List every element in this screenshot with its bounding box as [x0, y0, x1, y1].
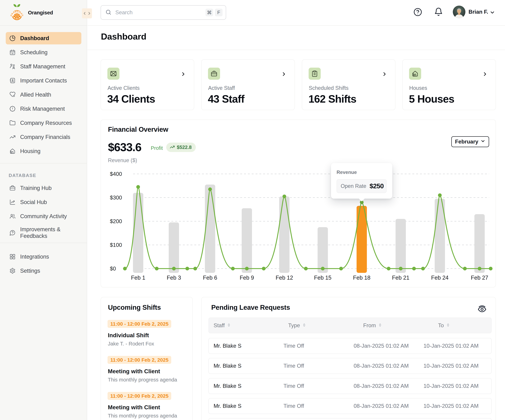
- user-avatar[interactable]: [453, 6, 465, 18]
- sidebar-item-dashboard[interactable]: Dashboard: [6, 32, 81, 44]
- sidebar-collapse-button[interactable]: [82, 8, 92, 18]
- sidebar-item-allied-health[interactable]: Allied Health: [6, 88, 81, 102]
- sidebar-item-improvements-feedbacks[interactable]: Improvements & Feedbacks: [6, 223, 81, 242]
- search-icon: [105, 9, 112, 16]
- eye-icon[interactable]: [477, 304, 487, 314]
- line-point[interactable]: [245, 267, 249, 271]
- sidebar-item-social-hub[interactable]: Social Hub: [6, 195, 81, 209]
- sidebar-item-community-activity[interactable]: Community Activity: [6, 209, 81, 223]
- month-select[interactable]: February: [451, 136, 489, 147]
- sidebar-item-label: Training Hub: [20, 185, 52, 191]
- search-input[interactable]: Search ⌘F: [101, 5, 226, 20]
- line-point[interactable]: [387, 267, 390, 271]
- sidebar: ORANGISED Orangised Dashboard31Schedulin…: [0, 0, 87, 420]
- cell-from: 08-Jan-2025 01:02 AM: [354, 398, 409, 414]
- cell-to: 10-Jan-2025 01:02 AM: [423, 419, 479, 420]
- line-point[interactable]: [193, 267, 197, 271]
- bar-feb-12[interactable]: [279, 196, 290, 273]
- bar-feb-9[interactable]: [242, 208, 252, 273]
- chart-tooltip: Revenue Open Rate $250: [331, 163, 392, 199]
- leave-request-row[interactable]: Mr. Blake STime Off08-Jan-2025 01:02 AM1…: [208, 338, 492, 354]
- leave-request-row[interactable]: Mr. Blake STime Off08-Jan-2025 01:02 AM1…: [208, 358, 492, 374]
- help-button[interactable]: [413, 7, 422, 17]
- line-point[interactable]: [283, 194, 286, 198]
- leave-request-row[interactable]: Mr. Blake STime Off08-Jan-2025 01:02 AM1…: [208, 418, 492, 420]
- stat-value: 5 Houses: [409, 93, 454, 105]
- user-menu-chevron-down-icon[interactable]: [490, 10, 495, 16]
- cell-to: 10-Jan-2025 01:02 AM: [423, 358, 479, 374]
- app-root: ORANGISED Orangised Dashboard31Schedulin…: [0, 0, 505, 420]
- sort-icon: [227, 322, 231, 328]
- line-point[interactable]: [463, 267, 467, 271]
- bar-feb-3[interactable]: [169, 222, 179, 273]
- shift-time-chip: 11:00 - 12:00 Feb 2, 2025: [107, 356, 171, 364]
- column-header-from[interactable]: From: [363, 318, 382, 333]
- line-point[interactable]: [489, 267, 492, 271]
- x-tick-label: Feb 24: [431, 275, 448, 281]
- sidebar-item-scheduling[interactable]: 31Scheduling: [6, 45, 81, 59]
- line-point[interactable]: [399, 267, 403, 271]
- bar-feb-27[interactable]: [474, 214, 485, 273]
- sidebar-item-integrations[interactable]: Integrations: [6, 250, 81, 264]
- user-name[interactable]: Brian F.: [468, 9, 488, 15]
- shift-item[interactable]: 11:00 - 12:00 Feb 2, 2025Meeting with Cl…: [107, 356, 187, 385]
- revenue-chart[interactable]: $0$100$200$300$400Feb 1Feb 3Feb 6Feb 9Fe…: [108, 168, 496, 285]
- leave-request-row[interactable]: Mr. Blake STime Off08-Jan-2025 01:02 AM1…: [208, 378, 492, 394]
- column-header-to[interactable]: To: [438, 318, 450, 333]
- x-tick-label: Feb 1: [131, 275, 145, 281]
- x-tick-label: Feb 6: [203, 275, 217, 281]
- x-tick-label: Feb 3: [167, 275, 181, 281]
- line-point[interactable]: [438, 193, 442, 197]
- x-tick-label: Feb 18: [353, 275, 370, 281]
- line-point[interactable]: [339, 267, 343, 271]
- column-header-type[interactable]: Type: [288, 318, 306, 333]
- sidebar-item-company-financials[interactable]: Company Financials: [6, 130, 81, 144]
- line-point[interactable]: [155, 267, 158, 271]
- chevron-right-icon[interactable]: [382, 71, 387, 78]
- bar-feb-6[interactable]: [205, 185, 215, 273]
- sidebar-item-housing[interactable]: Housing: [6, 144, 81, 158]
- stat-label: Scheduled Shifts: [309, 85, 348, 91]
- line-point[interactable]: [421, 267, 425, 271]
- stat-value: 43 Staff: [208, 93, 244, 105]
- bar-feb-15[interactable]: [318, 227, 328, 273]
- sidebar-item-settings[interactable]: Settings: [6, 264, 81, 278]
- notifications-bell-button[interactable]: [434, 7, 443, 17]
- line-point[interactable]: [478, 267, 481, 271]
- sidebar-item-staff-management[interactable]: Staff Management: [6, 59, 81, 74]
- tooltip-value-box: Open Rate $250: [337, 179, 387, 193]
- sidebar-item-risk-management[interactable]: Risk Management: [6, 102, 81, 116]
- sidebar-item-label: Community Activity: [20, 213, 67, 220]
- cell-from: 08-Jan-2025 01:02 AM: [354, 338, 409, 353]
- chevron-right-icon[interactable]: [180, 71, 186, 78]
- mail-icon: [107, 68, 120, 80]
- line-point[interactable]: [136, 185, 140, 189]
- line-point[interactable]: [231, 267, 235, 271]
- line-point[interactable]: [185, 267, 189, 271]
- chevron-right-icon[interactable]: [482, 71, 488, 78]
- stat-card-scheduled-shifts: Scheduled Shifts162 Shifts: [302, 59, 395, 110]
- bar-feb-21[interactable]: [396, 219, 406, 273]
- line-point[interactable]: [262, 267, 265, 271]
- column-header-staff[interactable]: Staff: [214, 318, 231, 333]
- shift-item[interactable]: 11:00 - 12:00 Feb 2, 2025Meeting with Cl…: [107, 392, 187, 420]
- cell-type: Time Off: [284, 338, 304, 353]
- leave-request-row[interactable]: Mr. Blake STime Off08-Jan-2025 01:02 AM1…: [208, 398, 492, 414]
- shift-item[interactable]: 11:00 - 12:00 Feb 2, 2025Individual Shif…: [107, 320, 187, 349]
- sidebar-item-important-contacts[interactable]: Important Contacts: [6, 74, 81, 88]
- line-point[interactable]: [321, 267, 325, 271]
- stat-label: Houses: [409, 85, 427, 91]
- line-point[interactable]: [304, 267, 308, 271]
- line-point[interactable]: [208, 187, 212, 191]
- bar-feb-1[interactable]: [133, 193, 143, 273]
- sidebar-item-training-hub[interactable]: Training Hub: [6, 181, 81, 195]
- sidebar-item-label: Dashboard: [20, 35, 49, 42]
- shift-time-chip: 11:00 - 12:00 Feb 2, 2025: [107, 320, 171, 328]
- line-point[interactable]: [172, 267, 176, 271]
- line-point[interactable]: [123, 267, 127, 271]
- chevron-right-icon[interactable]: [281, 71, 287, 78]
- house-icon: [409, 68, 421, 80]
- x-tick-label: Feb 9: [240, 275, 254, 281]
- line-point[interactable]: [412, 267, 416, 271]
- sidebar-item-company-resources[interactable]: Company Resources: [6, 116, 81, 130]
